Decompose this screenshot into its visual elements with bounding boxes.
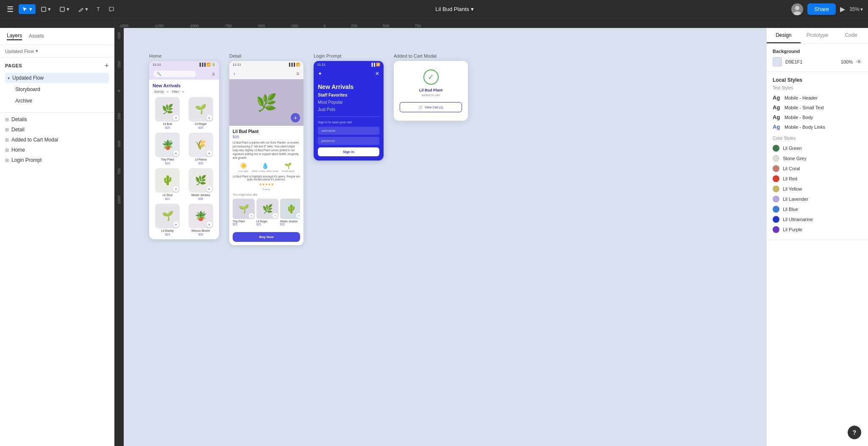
login-menu-staff[interactable]: Staff Favorites [318, 91, 379, 99]
related-add-btn[interactable]: + [273, 213, 278, 218]
text-style-mobile-body[interactable]: Ag Mobile - Body [773, 112, 862, 122]
zoom-level[interactable]: 35% ▾ [849, 6, 863, 12]
back-button[interactable]: ‹ [234, 71, 235, 77]
tab-assets[interactable]: Assets [29, 33, 44, 40]
comment-tool[interactable] [105, 5, 118, 14]
visibility-toggle-icon[interactable]: 👁 [856, 58, 862, 65]
layer-item-cart-modal[interactable]: ⊞ Added to Cart Modal [0, 135, 114, 145]
canvas-content[interactable]: Home 11:11 ▐▐▐ 📶 🔋 [124, 28, 766, 446]
add-to-cart-button[interactable]: + [206, 150, 212, 156]
share-button[interactable]: Share [807, 3, 836, 15]
tab-code[interactable]: Code [834, 28, 868, 43]
detail-add-button[interactable]: + [291, 113, 300, 122]
status-icons: ▐▐▐ 📶 🔋 [198, 63, 216, 66]
login-menu-pots[interactable]: Just Pots [318, 106, 379, 113]
background-opacity[interactable]: 100% [841, 59, 853, 64]
sort-button[interactable]: Sort by [153, 90, 165, 94]
plant-image: 🌵+ [155, 168, 180, 193]
add-to-cart-button[interactable]: + [206, 115, 212, 121]
breadcrumb-link[interactable]: Updated Flow ▾ [5, 48, 38, 54]
add-to-cart-button[interactable]: + [173, 186, 179, 192]
filter-button[interactable]: Filter [170, 90, 181, 94]
add-to-cart-button[interactable]: + [173, 150, 179, 156]
home-menu-icon[interactable]: ≡ [212, 71, 215, 77]
color-style-lil-ultramarine[interactable]: Lil Ultramarine [773, 214, 862, 224]
related-add-btn[interactable]: + [249, 213, 254, 218]
text-style-label: Mobile - Small Text [785, 105, 824, 110]
shape-tool[interactable]: ▾ [56, 4, 73, 14]
buy-now-button[interactable]: Buy Now [233, 232, 300, 242]
related-plant-card[interactable]: 🌵+ Mister Jenkins $25 [280, 199, 300, 229]
view-cart-button[interactable]: 🛒 View Cart (1) [400, 102, 462, 112]
related-add-btn[interactable]: + [296, 213, 300, 218]
sign-in-button[interactable]: Sign in [318, 147, 379, 156]
svg-point-3 [795, 6, 799, 10]
color-style-lil-green[interactable]: Lil Green [773, 143, 862, 153]
layer-item-login[interactable]: ⊞ Login Prompt [0, 155, 114, 165]
plant-card[interactable]: 🌿+ Mister Jenkins $30 [186, 168, 216, 200]
plant-card[interactable]: 🌱+ Lil Roger $25 [186, 97, 216, 129]
related-img: 🌱+ [233, 199, 255, 219]
password-input[interactable]: password [318, 137, 379, 145]
home-status-bar: 11:11 ▐▐▐ 📶 🔋 [149, 61, 219, 68]
color-style-lil-red[interactable]: Lil Red [773, 174, 862, 184]
page-item-updated-flow[interactable]: ▾ Updated Flow [5, 73, 109, 83]
plant-card[interactable]: 🌿+ Lil Bud $25 [153, 97, 183, 129]
add-page-button[interactable]: + [104, 62, 109, 69]
color-style-lil-blue[interactable]: Lil Blue [773, 204, 862, 214]
login-screen: 11:11 ▐▐ 📶 ✦ ✕ New Ar [314, 61, 384, 161]
background-color-value[interactable]: D9E1F1 [785, 59, 837, 64]
menu-icon[interactable]: ☰ [5, 3, 15, 16]
add-to-cart-button[interactable]: + [173, 222, 179, 227]
layer-item-details[interactable]: ⊞ Details [0, 114, 114, 125]
plant-card[interactable]: 🌾+ Lil Reina $35 [186, 133, 216, 165]
plant-card[interactable]: 🪴+ Missus Bloom $35 [186, 204, 216, 236]
file-title[interactable]: Lil Bud Plants ▾ [121, 6, 788, 12]
background-section: Background D9E1F1 100% 👁 [767, 44, 868, 72]
ruler-corner [0, 19, 114, 28]
detail-menu-icon[interactable]: ≡ [296, 71, 299, 77]
text-style-mobile-small[interactable]: Ag Mobile - Small Text [773, 102, 862, 112]
attr-label: Low light [238, 170, 248, 172]
color-style-lil-coral[interactable]: Lil Coral [773, 163, 862, 174]
play-button[interactable]: ▶ [840, 5, 845, 13]
login-close-button[interactable]: ✕ [375, 71, 379, 77]
frame-tool[interactable]: ▾ [37, 4, 54, 14]
color-style-lil-lavender[interactable]: Lil Lavender [773, 194, 862, 204]
text-tool[interactable]: T [93, 4, 103, 14]
username-input[interactable]: username [318, 127, 379, 135]
color-style-lil-purple[interactable]: Lil Purple [773, 224, 862, 235]
plant-card[interactable]: 🌵+ Lil Stud $22 [153, 168, 183, 200]
add-to-cart-button[interactable]: + [206, 186, 212, 192]
layer-item-home[interactable]: ⊞ Home [0, 145, 114, 155]
text-style-mobile-header[interactable]: Ag Mobile - Header [773, 93, 862, 102]
canvas-area[interactable]: -500 -250 0 250 500 750 1000 Home [114, 28, 766, 446]
color-style-lil-yellow[interactable]: Lil Yellow [773, 184, 862, 194]
signal-icon: ▐▐▐ [288, 63, 295, 66]
tab-layers[interactable]: Layers [7, 33, 22, 40]
tab-design[interactable]: Design [767, 28, 801, 43]
related-plant-card[interactable]: 🌱+ Tiny Plant $25 [233, 199, 255, 229]
tab-prototype[interactable]: Prototype [801, 28, 835, 43]
plant-image: 🌿+ [155, 97, 180, 122]
page-item-storyboard[interactable]: Storyboard [5, 83, 109, 94]
help-button[interactable]: ? [848, 426, 861, 439]
home-search-bar[interactable]: 🔍 [153, 71, 196, 77]
add-to-cart-button[interactable]: + [206, 222, 212, 227]
plant-card[interactable]: 🪴+ Tiny Plant $18 [153, 133, 183, 165]
attr-light: ☀️ Low light [238, 162, 248, 172]
background-color-swatch[interactable] [773, 57, 782, 66]
ruler-mark-v: 1000 [117, 196, 121, 204]
select-tool[interactable]: ▾ [19, 4, 36, 14]
layer-item-detail[interactable]: ⊞ Detail [0, 125, 114, 135]
plant-name: Lil Reina [195, 158, 206, 161]
add-to-cart-button[interactable]: + [173, 115, 179, 121]
related-plant-card[interactable]: 🌿+ Lil Roger $25 [256, 199, 278, 229]
pen-tool[interactable]: ▾ [75, 4, 92, 14]
color-style-stone-grey[interactable]: Stone Grey [773, 153, 862, 163]
detail-review-text: Lil Bud Plant is highlight amongst it's … [233, 175, 300, 181]
text-style-mobile-body-links[interactable]: Ag Mobile - Body Links [773, 122, 862, 132]
plant-card[interactable]: 🌱+ Lil Buddy $25 [153, 204, 183, 236]
page-item-archive[interactable]: Archive [5, 95, 109, 106]
login-menu-popular[interactable]: Most Popular [318, 99, 379, 106]
